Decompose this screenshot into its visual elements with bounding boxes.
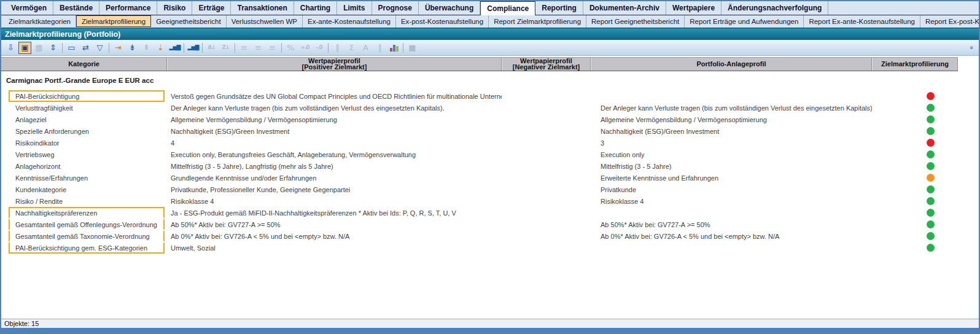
category-label: Vertriebsweg <box>9 149 165 160</box>
status-dot-green <box>927 185 935 193</box>
portfolio-group-title: Carmignac Portf.-Grande Europe E EUR acc <box>1 77 979 84</box>
wertpapierprofil-negativ-value <box>502 230 591 242</box>
table-row-vertriebsweg[interactable]: VertriebswegExecution only, Beratungsfre… <box>1 149 979 160</box>
menu-tab-charting[interactable]: Charting <box>294 1 337 15</box>
menu-tab-dokumenten-archiv[interactable]: Dokumenten-Archiv <box>583 1 666 15</box>
subtab-bar: ZielmarktkategorienZielmarktprofilierung… <box>1 15 979 28</box>
subtab-report-geeignetheitsbericht[interactable]: Report Geeignetheitsbericht <box>586 15 685 28</box>
view-title-bar: Zielmarktprofilierung (Portfolio) <box>1 28 979 40</box>
subtab-zielmarktprofilierung[interactable]: Zielmarktprofilierung <box>76 15 151 27</box>
wertpapierprofil-positiv-value: Ja - ESG-Produkt gemäß MiFID-II-Nachhalt… <box>167 207 502 219</box>
wertpapierprofil-positiv-value: Execution only, Beratungsfreies Geschäft… <box>167 149 502 160</box>
menu-tab-compliance[interactable]: Compliance <box>480 1 535 15</box>
category-label: Kundenkategorie <box>9 184 165 195</box>
wertpapierprofil-positiv-value: Privatkunde, Professioneller Kunde, Geei… <box>167 184 502 195</box>
table-row-kundenkategorie[interactable]: KundenkategoriePrivatkunde, Professionel… <box>1 184 979 195</box>
subtab-ex-post-kostenaufstellung[interactable]: Ex-post-Kostenaufstellung <box>396 15 489 28</box>
table-row-kenntnisse-erfahrungen[interactable]: Kenntnisse/ErfahrungenGrundlegende Kennt… <box>1 172 979 184</box>
column-header-label: Zielmarktprofilierung <box>881 61 949 68</box>
menu-tab-überwachung[interactable]: Überwachung <box>419 1 480 15</box>
table-row-gesamtanteil-gemäß-offenlegungs-verordnung[interactable]: Gesamtanteil gemäß Offenlegungs-Verordnu… <box>1 219 979 230</box>
column-header-label: Kategorie <box>68 61 99 68</box>
menu-tab-änderungsnachverfolgung[interactable]: Änderungsnachverfolgung <box>721 1 828 15</box>
subtab-report-erträge-und-aufwendungen[interactable]: Report Erträge und Aufwendungen <box>685 15 804 28</box>
insert-row-below-icon[interactable]: ⇟ <box>126 42 139 54</box>
chart-bar <box>396 46 399 52</box>
column-chart-icon[interactable]: ▂▅▇ <box>187 42 200 54</box>
subtab-report-zielmarktprofilierung[interactable]: Report Zielmarktprofilierung <box>489 15 586 28</box>
table-row-pai-berücksichtigung-gem-esg-kategorien[interactable]: PAI-Berücksichtigung gem. ESG-Kategorien… <box>1 242 979 254</box>
menu-tab-bestände[interactable]: Bestände <box>53 1 99 15</box>
subtab-zielmarktkategorien[interactable]: Zielmarktkategorien <box>4 15 76 28</box>
subtab-verlustschwellen-wp[interactable]: Verlustschwellen WP <box>227 15 303 28</box>
table-row-anlagehorizont[interactable]: AnlagehorizontMittelfristig (3 - 5 Jahre… <box>1 160 979 172</box>
zielmarktprofilierung-cell <box>872 114 958 125</box>
table-row-gesamtanteil-gemäß-taxonomie-verordnung[interactable]: Gesamtanteil gemäß Taxonomie-VerordnungA… <box>1 230 979 242</box>
portfolio-anlageprofil-value <box>591 242 872 254</box>
toolbar-overflow-button[interactable]: » <box>968 43 976 53</box>
column-header-portfolio-anlageprofil[interactable]: Portfolio-Anlageprofil <box>591 58 872 71</box>
new-view-icon[interactable]: ▭ <box>65 42 78 54</box>
menu-tab-performance[interactable]: Performance <box>99 1 157 15</box>
menu-tab-vermögen[interactable]: Vermögen <box>5 1 53 15</box>
category-label: PAI-Berücksichtigung <box>9 90 165 102</box>
filter-settings-icon[interactable]: ▽ <box>93 42 106 54</box>
drilldown-icon[interactable]: ⇣ <box>154 42 167 54</box>
portfolio-anlageprofil-value: Mittelfristig (3 - 5 Jahre) <box>591 160 872 172</box>
menu-tab-erträge[interactable]: Erträge <box>192 1 231 15</box>
status-dot-red <box>927 92 935 100</box>
chart-icon[interactable] <box>387 42 400 54</box>
status-dot-green <box>927 162 935 170</box>
subtab-report-ex-ante-kostenaufstellung[interactable]: Report Ex-ante-Kostenaufstellung <box>804 15 920 28</box>
wertpapierprofil-negativ-value <box>502 207 591 219</box>
expand-window-icon[interactable]: ▣ <box>18 42 31 54</box>
menu-tab-transaktionen[interactable]: Transaktionen <box>231 1 294 15</box>
menu-tab-reporting[interactable]: Reporting <box>535 1 583 15</box>
subtab-geeignetheitsbericht[interactable]: Geeignetheitsbericht <box>151 15 226 28</box>
sum-icon: Σ <box>345 42 358 54</box>
remove-decimal-icon: -.0 <box>313 42 325 54</box>
table-row-spezielle-anforderungen[interactable]: Spezielle AnforderungenNachhaltigkeit (E… <box>1 125 979 137</box>
column-header-wertpapierprofil-negativ[interactable]: Wertpapierprofil [Negativer Zielmarkt] <box>502 58 591 71</box>
fit-height-icon[interactable]: ⇕ <box>47 42 60 54</box>
category-cell: Vertriebsweg <box>1 149 167 160</box>
category-cell: Kundenkategorie <box>1 184 167 195</box>
table-row-pai-berücksichtigung[interactable]: PAI-BerücksichtigungVerstoß gegen Grunds… <box>1 90 979 102</box>
portfolio-anlageprofil-value: Privatkunde <box>591 184 872 195</box>
portfolio-anlageprofil-value: Nachhaltigkeit (ESG)/Green Investment <box>591 125 872 137</box>
table-row-risiko-rendite[interactable]: Risiko / RenditeRisikoklasse 4Risikoklas… <box>1 195 979 207</box>
table-row-verlusttragfähigkeit[interactable]: VerlusttragfähigkeitDer Anleger kann Ver… <box>1 102 979 114</box>
status-dot-green <box>927 150 935 158</box>
menu-tab-limits[interactable]: Limits <box>337 1 371 15</box>
align-left-icon: ≡ <box>238 42 251 54</box>
menu-tab-risiko[interactable]: Risiko <box>157 1 192 15</box>
status-dot-green <box>927 197 935 205</box>
wertpapierprofil-positiv-value: Ab 0%* Aktiv bei: GV726-A < 5% und bei <… <box>167 230 502 242</box>
table-row-risikoindikator[interactable]: Risikoindikator43 <box>1 137 979 149</box>
font-icon: A <box>359 42 372 54</box>
category-cell: Verlusttragfähigkeit <box>1 102 167 114</box>
category-label: PAI-Berücksichtigung gem. ESG-Kategorien <box>9 242 165 254</box>
app-window: VermögenBeständePerformanceRisikoErträge… <box>0 0 980 334</box>
table-row-anlageziel[interactable]: AnlagezielAllgemeine Vermögensbildung / … <box>1 114 979 125</box>
category-cell: Anlagehorizont <box>1 160 167 172</box>
column-header-zielmarktprofilierung[interactable]: Zielmarktprofilierung <box>872 58 958 71</box>
chart-drill-icon[interactable]: ▂▅▇ <box>168 42 181 54</box>
column-header-wertpapierprofil-positiv[interactable]: Wertpapierprofil [Positiver Zielmarkt] <box>167 58 502 71</box>
wertpapierprofil-negativ-value <box>502 219 591 230</box>
table-row-nachhaltigkeitspräferenzen[interactable]: NachhaltigkeitspräferenzenJa - ESG-Produ… <box>1 207 979 219</box>
menu-tab-wertpapiere[interactable]: Wertpapiere <box>666 1 721 15</box>
refresh-icon[interactable]: ⇄ <box>79 42 92 54</box>
toolbar-separator <box>235 43 235 53</box>
export-report-icon[interactable]: ⇩ <box>4 42 17 54</box>
category-label: Verlusttragfähigkeit <box>9 102 165 114</box>
subtab-ex-ante-kostenaufstellung[interactable]: Ex-ante-Kostenaufstellung <box>303 15 396 28</box>
column-header-kategorie[interactable]: Kategorie <box>1 58 167 71</box>
zielmarktprofilierung-cell <box>872 172 958 184</box>
wertpapierprofil-positiv-value: Verstoß gegen Grundsätze des UN Global C… <box>167 90 502 102</box>
zielmarktprofilierung-cell <box>872 230 958 242</box>
subtab-report-ex-post-kostenaufstellung[interactable]: Report Ex-post-Kostenaufstellung <box>920 15 980 28</box>
menu-tab-prognose[interactable]: Prognose <box>372 1 419 15</box>
table-header: Kategorie Wertpapierprofil [Positiver Zi… <box>1 57 958 71</box>
insert-column-icon[interactable]: ⇥ <box>112 42 125 54</box>
